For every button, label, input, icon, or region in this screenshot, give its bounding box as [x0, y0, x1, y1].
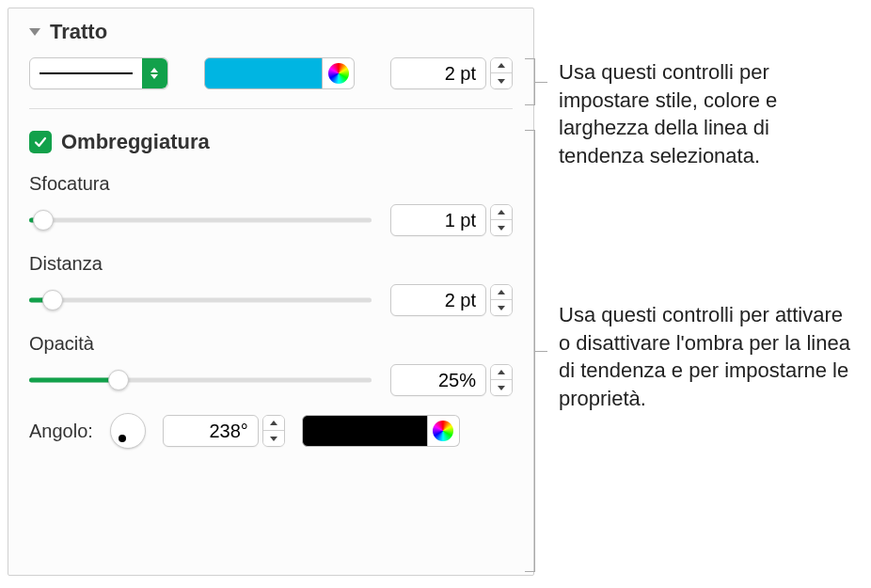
stroke-color-well — [204, 57, 355, 89]
step-down-button[interactable] — [491, 380, 512, 395]
step-up-button[interactable] — [491, 205, 512, 220]
opacity-input[interactable] — [390, 364, 486, 396]
shadow-color-well — [302, 415, 460, 447]
opacity-slider[interactable] — [29, 370, 372, 390]
step-up-button[interactable] — [491, 285, 512, 300]
angle-row: Angolo: — [29, 413, 513, 449]
chevron-down-icon — [29, 28, 40, 36]
callout-shadow: Usa questi controlli per attivare o disa… — [559, 301, 858, 413]
line-sample-icon — [40, 72, 133, 74]
opacity-group: Opacità — [29, 333, 513, 396]
blur-input[interactable] — [390, 204, 486, 236]
callout-stroke: Usa questi controlli per impostare stile… — [559, 58, 858, 170]
stroke-header[interactable]: Tratto — [29, 20, 513, 44]
step-down-button[interactable] — [491, 73, 512, 88]
stroke-width-stepper — [390, 57, 513, 89]
color-wheel-icon — [328, 63, 349, 84]
blur-stepper — [390, 204, 513, 236]
offset-input[interactable] — [390, 284, 486, 316]
color-wheel-icon — [433, 421, 453, 441]
stroke-color-swatch[interactable] — [204, 57, 323, 89]
blur-label: Sfocatura — [29, 173, 513, 195]
stroke-style-select[interactable] — [29, 57, 168, 89]
divider — [29, 108, 513, 109]
angle-dial[interactable] — [110, 413, 146, 449]
shadow-checkbox[interactable] — [29, 131, 52, 153]
step-down-button[interactable] — [491, 300, 512, 315]
dropdown-button[interactable] — [142, 58, 167, 88]
blur-slider[interactable] — [29, 210, 372, 230]
bracket-icon — [534, 58, 535, 105]
stepper-buttons — [490, 57, 513, 89]
opacity-label: Opacità — [29, 333, 513, 355]
offset-label: Distanza — [29, 253, 513, 275]
angle-input[interactable] — [163, 415, 259, 447]
offset-group: Distanza — [29, 253, 513, 316]
stroke-title: Tratto — [50, 20, 107, 44]
step-up-button[interactable] — [491, 365, 512, 380]
color-picker-button[interactable] — [428, 415, 460, 447]
offset-stepper — [390, 284, 513, 316]
step-down-button[interactable] — [491, 220, 512, 235]
opacity-stepper — [390, 364, 513, 396]
step-up-button[interactable] — [263, 416, 284, 431]
stroke-width-input[interactable] — [390, 57, 486, 89]
shadow-checkbox-row: Ombreggiatura — [29, 130, 513, 154]
offset-slider[interactable] — [29, 290, 372, 310]
angle-label: Angolo: — [29, 421, 93, 442]
stroke-controls-row — [29, 57, 513, 89]
shadow-color-swatch[interactable] — [302, 415, 428, 447]
step-down-button[interactable] — [263, 431, 284, 446]
inspector-panel: Tratto Ombreggiatura — [8, 8, 534, 576]
blur-group: Sfocatura — [29, 173, 513, 236]
color-picker-button[interactable] — [323, 57, 355, 89]
step-up-button[interactable] — [491, 58, 512, 73]
shadow-label: Ombreggiatura — [61, 130, 210, 154]
bracket-icon — [534, 130, 535, 572]
angle-stepper — [163, 415, 285, 447]
